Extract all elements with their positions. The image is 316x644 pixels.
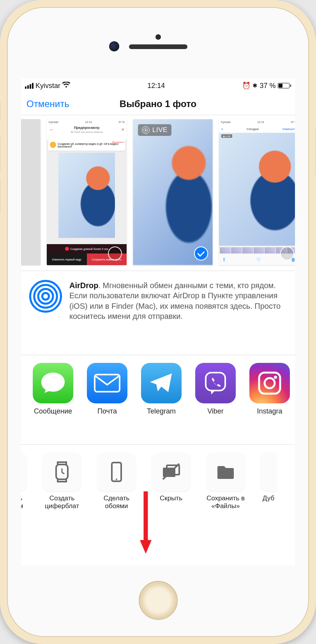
photo-thumb-3[interactable]: Kyivstar 12:14 37 % ‹ Сегодня Изменить ◉… [219, 119, 295, 265]
photo-thumb-1[interactable]: Kyivstar 12:14 37 % ← Предпросмотр 3D To… [47, 119, 127, 265]
svg-marker-16 [140, 540, 152, 554]
app-instagram[interactable]: Instagra [249, 363, 290, 439]
t3-status-r: 37 % [291, 121, 295, 123]
photo-thumb-0[interactable] [21, 119, 41, 265]
action-hide[interactable]: Скрыть [150, 452, 192, 529]
t3-title: Сегодня [247, 127, 259, 131]
wifi-icon [62, 82, 70, 90]
action-watchface-label: Создать циферблат [45, 494, 79, 510]
app-mail[interactable]: Почта [87, 363, 127, 439]
mute-switch [0, 101, 1, 121]
duplicate-icon [261, 452, 276, 491]
phone-icon [97, 452, 136, 491]
svg-point-8 [274, 376, 277, 379]
t1-banner: Создание gif, конвертор видео в gif. Gif… [48, 140, 125, 151]
t1-status-r: 37 % [118, 121, 125, 123]
app-telegram[interactable]: Telegram [141, 363, 182, 439]
t1-status-l: Kyivstar [49, 121, 58, 123]
battery-percent: 37 % [260, 82, 275, 90]
app-messages-label: Сообщение [34, 407, 72, 415]
t1-banner-text: Создание gif, конвертор видео в gif. Gif… [58, 143, 124, 148]
messages-icon [33, 363, 73, 403]
telegram-icon [141, 363, 182, 403]
t3-edit: Изменить [282, 127, 295, 131]
svg-rect-10 [112, 463, 121, 481]
front-camera [109, 41, 119, 51]
t1-wallpaper-preview [58, 153, 115, 238]
t1-foot-mid-text: Создание длиной более 5 сек [70, 248, 108, 250]
folder-icon [206, 452, 245, 491]
t1-sub: 3D Touch или долгое нажатие [71, 131, 103, 133]
nav-bar: Отменить Выбрано 1 фото [21, 93, 295, 115]
action-watchface[interactable]: Создать циферблат [41, 452, 83, 529]
svg-rect-5 [206, 373, 225, 391]
bluetooth-icon: ✱ [252, 82, 258, 89]
status-right: ⏰ ✱ 37 % [242, 81, 291, 90]
clock: 12:14 [147, 82, 165, 90]
t3-status-l: Kyivstar [221, 121, 231, 123]
airdrop-section: AirDrop. Мгновенный обмен данными с теми… [21, 271, 295, 355]
alarm-icon: ⏰ [242, 81, 251, 90]
action-set-wallpaper[interactable]: Сделать обоями [95, 452, 138, 529]
select-circle-2-checked[interactable] [194, 246, 208, 260]
t3-heart-icon: ♡ [256, 257, 261, 262]
earpiece-speaker [129, 44, 187, 49]
app-mail-label: Почта [97, 407, 117, 415]
action-add-album-partial[interactable]: ить бом [21, 452, 29, 529]
t3-share-icon: ⇪ [222, 257, 226, 262]
status-bar: Kyivstar 12:14 ⏰ ✱ 37 % [21, 79, 295, 93]
photo-thumb-2-selected[interactable]: LIVE [133, 119, 213, 265]
select-circle-3[interactable] [280, 246, 294, 260]
action-save-files[interactable]: Сохранить в «Файлы» [204, 452, 247, 529]
t1-title: Предпросмотр [74, 126, 100, 130]
t2-wallpaper [133, 119, 213, 265]
action-album-label: ить бом [21, 494, 23, 510]
watchface-icon [42, 452, 81, 491]
screen: Kyivstar 12:14 ⏰ ✱ 37 % Отменить [21, 79, 295, 565]
action-wallpaper-label: Сделать обоями [104, 494, 130, 510]
volume-up [0, 136, 1, 171]
device-bezel: Kyivstar 12:14 ⏰ ✱ 37 % Отменить [7, 7, 309, 637]
share-actions-row[interactable]: ить бом Создать циферблат Сделать обоями [21, 445, 295, 534]
t3-back-icon: ‹ [221, 126, 223, 132]
svg-point-7 [265, 378, 275, 388]
instagram-icon [249, 363, 290, 403]
live-ring-icon [142, 126, 150, 134]
svg-point-11 [116, 479, 117, 480]
t3-status-c: 12:14 [257, 121, 264, 123]
svg-rect-4 [95, 375, 120, 392]
airdrop-icon [29, 280, 62, 315]
airdrop-bold: AirDrop [69, 281, 98, 290]
select-circle-1[interactable] [108, 246, 122, 260]
share-apps-row[interactable]: Сообщение Почта Telegram [21, 355, 295, 445]
signal-icon [25, 83, 34, 89]
svg-rect-6 [259, 373, 280, 394]
photo-selection-row[interactable]: Kyivstar 12:14 37 % ← Предпросмотр 3D To… [21, 115, 295, 271]
t3-live-badge: ◉ LIVE [221, 134, 232, 138]
svg-point-1 [38, 289, 53, 304]
airdrop-text: AirDrop. Мгновенный обмен данными с теми… [69, 280, 287, 322]
app-instagram-label: Instagra [257, 407, 282, 415]
battery-icon [278, 83, 291, 88]
volume-down [0, 179, 1, 214]
home-button[interactable] [139, 581, 178, 620]
t3-wallpaper [219, 133, 295, 246]
live-text: LIVE [152, 126, 168, 134]
action-duplicate-partial[interactable]: Дуб [259, 452, 278, 529]
cancel-button[interactable]: Отменить [26, 99, 69, 109]
carrier-label: Kyivstar [35, 82, 60, 90]
app-viber[interactable]: Viber [195, 363, 236, 439]
add-album-icon [21, 452, 27, 491]
action-dup-label: Дуб [263, 494, 274, 502]
nav-title: Выбрано 1 фото [120, 99, 196, 109]
live-badge: LIVE [138, 124, 171, 136]
proximity-sensor [155, 34, 161, 40]
status-left: Kyivstar [25, 82, 70, 90]
iphone-device-frame: Kyivstar 12:14 ⏰ ✱ 37 % Отменить [0, 0, 316, 644]
app-viber-label: Viber [207, 407, 224, 415]
app-telegram-label: Telegram [147, 407, 176, 415]
mail-icon [87, 363, 127, 403]
app-messages[interactable]: Сообщение [33, 363, 73, 439]
action-files-label: Сохранить в «Файлы» [207, 494, 245, 510]
svg-point-0 [42, 293, 49, 299]
